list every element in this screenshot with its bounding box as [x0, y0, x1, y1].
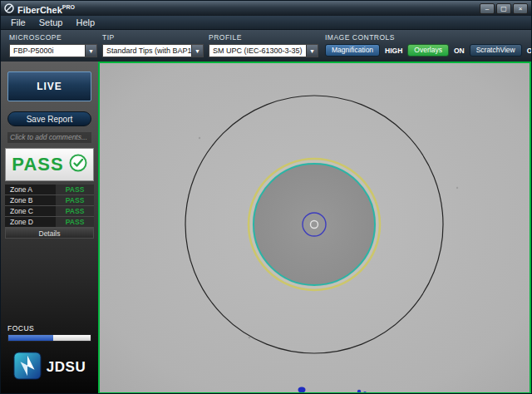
image-controls-section: IMAGE CONTROLS Magnification HIGH Overla… — [325, 33, 528, 57]
zone-row-c: Zone C PASS — [5, 206, 94, 217]
tip-dropdown[interactable]: Standard Tips (with BAP1) ▼ — [102, 44, 204, 57]
toolbar: MICROSCOPE FBP-P5000i ▼ TIP Standard Tip… — [1, 30, 531, 62]
microscope-dropdown[interactable]: FBP-P5000i ▼ — [9, 44, 97, 57]
zone-status: PASS — [56, 185, 94, 195]
details-button[interactable]: Details — [5, 228, 94, 239]
comments-field[interactable]: Click to add comments... — [7, 132, 91, 143]
magnification-button[interactable]: Magnification — [325, 44, 380, 57]
zone-row-a: Zone A PASS — [5, 185, 94, 195]
chevron-down-icon: ▼ — [191, 45, 203, 57]
jdsu-logo-text: JDSU — [47, 359, 86, 376]
jdsu-logo-icon — [13, 352, 42, 383]
magnification-value: HIGH — [385, 47, 402, 55]
profile-label: PROFILE — [209, 33, 318, 42]
check-circle-icon — [69, 154, 87, 175]
result-text: PASS — [12, 154, 63, 175]
microscope-section: MICROSCOPE FBP-P5000i ▼ — [9, 33, 97, 57]
fiber-endface-svg — [100, 63, 530, 392]
content: LIVE Save Report Click to add comments..… — [1, 62, 531, 394]
zone-name: Zone B — [5, 195, 56, 205]
chevron-down-icon: ▼ — [306, 45, 318, 57]
tip-section: TIP Standard Tips (with BAP1) ▼ — [102, 33, 204, 57]
fiber-image — [98, 62, 531, 394]
microscope-value: FBP-P5000i — [10, 47, 85, 55]
chevron-down-icon: ▼ — [85, 45, 96, 57]
scratchview-button[interactable]: ScratchView — [470, 44, 522, 57]
app-icon — [4, 3, 14, 13]
tip-value: Standard Tips (with BAP1) — [103, 47, 191, 55]
focus-bar — [7, 334, 91, 342]
menubar: File Setup Help — [1, 16, 531, 30]
save-report-button[interactable]: Save Report — [7, 111, 91, 126]
zone-table: Zone A PASS Zone B PASS Zone C PASS Zone… — [5, 185, 94, 228]
minimize-button[interactable]: – — [480, 3, 495, 14]
zone-name: Zone C — [5, 206, 56, 216]
profile-value: SM UPC (IEC-61300-3-35) — [209, 47, 306, 55]
titlebar: FiberChekPRO – ▢ × — [1, 1, 531, 16]
menu-setup[interactable]: Setup — [32, 17, 70, 28]
zone-status: PASS — [56, 195, 94, 205]
menu-help[interactable]: Help — [69, 17, 101, 28]
jdsu-logo: JDSU — [1, 347, 98, 387]
overlays-value: ON — [454, 47, 465, 55]
live-button[interactable]: LIVE — [7, 71, 91, 101]
maximize-button[interactable]: ▢ — [496, 3, 511, 14]
focus-fill — [8, 335, 53, 341]
result-panel: PASS — [5, 148, 94, 181]
sidebar: LIVE Save Report Click to add comments..… — [1, 62, 98, 394]
zone-name: Zone D — [5, 217, 56, 227]
close-button[interactable]: × — [513, 3, 528, 14]
tip-label: TIP — [102, 33, 204, 42]
zone-row-d: Zone D PASS — [5, 217, 94, 228]
window-title: FiberChekPRO — [17, 0, 75, 17]
menu-file[interactable]: File — [4, 17, 32, 28]
window-controls: – ▢ × — [480, 3, 528, 14]
image-controls-label: IMAGE CONTROLS — [325, 33, 528, 42]
overlays-button[interactable]: Overlays — [407, 44, 449, 57]
app-window: FiberChekPRO – ▢ × File Setup Help MICRO… — [0, 0, 532, 394]
profile-section: PROFILE SM UPC (IEC-61300-3-35) ▼ — [209, 33, 318, 57]
scratchview-value: OFF — [527, 47, 532, 55]
microscope-label: MICROSCOPE — [9, 33, 97, 42]
zone-status: PASS — [56, 206, 94, 216]
zone-row-b: Zone B PASS — [5, 195, 94, 206]
zone-name: Zone A — [5, 185, 56, 195]
focus-label: FOCUS — [7, 324, 34, 332]
zone-status: PASS — [56, 217, 94, 227]
profile-dropdown[interactable]: SM UPC (IEC-61300-3-35) ▼ — [209, 44, 318, 57]
